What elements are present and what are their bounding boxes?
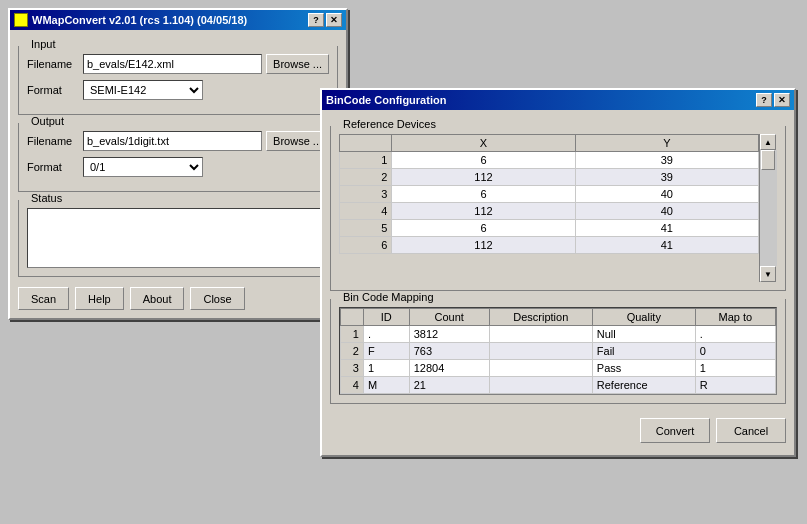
bincode-title-bar-left: BinCode Configuration xyxy=(326,94,446,106)
output-format-select[interactable]: 0/1 xyxy=(83,157,203,177)
ref-table-row: 6 112 41 xyxy=(340,237,759,254)
map-cell-id: 1 xyxy=(363,360,409,377)
map-table-row: 3 1 12804 Pass 1 xyxy=(341,360,776,377)
map-cell-id: M xyxy=(363,377,409,394)
bin-code-mapping-group: Bin Code Mapping ID Count Description Qu… xyxy=(330,299,786,404)
map-cell-description xyxy=(489,360,592,377)
map-table-row: 4 M 21 Reference R xyxy=(341,377,776,394)
bin-code-mapping-table: ID Count Description Quality Map to 1 . … xyxy=(340,308,776,394)
map-cell-mapto: 1 xyxy=(695,360,775,377)
input-group: Input Filename Browse ... Format SEMI-E1… xyxy=(18,46,338,115)
output-group: Output Filename Browse ... Format 0/1 xyxy=(18,123,338,192)
map-cell-count: 21 xyxy=(409,377,489,394)
ref-scrollbar[interactable]: ▲ ▼ xyxy=(759,134,777,282)
input-format-select[interactable]: SEMI-E142 xyxy=(83,80,203,100)
map-col-desc-header: Description xyxy=(489,309,592,326)
input-format-row: Format SEMI-E142 xyxy=(27,80,329,100)
map-col-id-header: ID xyxy=(363,309,409,326)
map-col-mapto-header: Map to xyxy=(695,309,775,326)
reference-devices-label: Reference Devices xyxy=(339,118,440,130)
ref-col-num-header xyxy=(340,135,392,152)
ref-cell-x: 6 xyxy=(392,220,575,237)
ref-cell-y: 40 xyxy=(575,186,758,203)
input-filename-field[interactable] xyxy=(83,54,262,74)
ref-cell-x: 6 xyxy=(392,152,575,169)
bincode-window: BinCode Configuration ? ✕ Reference Devi… xyxy=(320,88,796,457)
map-cell-quality: Null xyxy=(592,326,695,343)
status-group-label: Status xyxy=(27,192,66,204)
scrollbar-track xyxy=(760,150,777,266)
output-group-label: Output xyxy=(27,115,68,127)
bincode-button-row: Convert Cancel xyxy=(330,414,786,447)
bincode-title-buttons: ? ✕ xyxy=(756,93,790,107)
output-format-label: Format xyxy=(27,161,79,173)
output-format-row: Format 0/1 xyxy=(27,157,329,177)
scrollbar-down-btn[interactable]: ▼ xyxy=(760,266,776,282)
ref-cell-x: 112 xyxy=(392,203,575,220)
ref-row-num: 3 xyxy=(340,186,392,203)
map-cell-description xyxy=(489,377,592,394)
bincode-window-body: Reference Devices X Y 1 6 xyxy=(322,110,794,455)
input-browse-button[interactable]: Browse ... xyxy=(266,54,329,74)
ref-table-row: 4 112 40 xyxy=(340,203,759,220)
input-filename-label: Filename xyxy=(27,58,79,70)
map-cell-mapto: . xyxy=(695,326,775,343)
ref-row-num: 6 xyxy=(340,237,392,254)
map-cell-description xyxy=(489,343,592,360)
map-cell-id: . xyxy=(363,326,409,343)
reference-devices-group: Reference Devices X Y 1 6 xyxy=(330,126,786,291)
bincode-window-title: BinCode Configuration xyxy=(326,94,446,106)
convert-button[interactable]: Convert xyxy=(640,418,710,443)
bin-code-mapping-label: Bin Code Mapping xyxy=(339,291,438,303)
main-close-btn[interactable]: ✕ xyxy=(326,13,342,27)
close-button[interactable]: Close xyxy=(190,287,244,310)
map-col-num-header xyxy=(341,309,364,326)
input-filename-row: Filename Browse ... xyxy=(27,54,329,74)
map-col-count-header: Count xyxy=(409,309,489,326)
mapping-table-container: ID Count Description Quality Map to 1 . … xyxy=(339,307,777,395)
bincode-title-bar: BinCode Configuration ? ✕ xyxy=(322,90,794,110)
scan-button[interactable]: Scan xyxy=(18,287,69,310)
map-cell-count: 12804 xyxy=(409,360,489,377)
ref-table-container: X Y 1 6 39 2 112 39 3 6 40 4 112 40 xyxy=(339,134,777,282)
map-cell-count: 3812 xyxy=(409,326,489,343)
map-row-num: 1 xyxy=(341,326,364,343)
main-help-btn[interactable]: ? xyxy=(308,13,324,27)
status-group: Status xyxy=(18,200,338,277)
map-cell-quality: Fail xyxy=(592,343,695,360)
map-table-row: 1 . 3812 Null . xyxy=(341,326,776,343)
bincode-close-btn[interactable]: ✕ xyxy=(774,93,790,107)
about-button[interactable]: About xyxy=(130,287,185,310)
ref-cell-y: 40 xyxy=(575,203,758,220)
help-button[interactable]: Help xyxy=(75,287,124,310)
map-row-num: 3 xyxy=(341,360,364,377)
main-title-buttons: ? ✕ xyxy=(308,13,342,27)
output-filename-field[interactable] xyxy=(83,131,262,151)
ref-row-num: 4 xyxy=(340,203,392,220)
ref-table-row: 3 6 40 xyxy=(340,186,759,203)
output-filename-row: Filename Browse ... xyxy=(27,131,329,151)
input-group-label: Input xyxy=(27,38,59,50)
map-cell-description xyxy=(489,326,592,343)
map-cell-quality: Reference xyxy=(592,377,695,394)
map-cell-id: F xyxy=(363,343,409,360)
main-window-title: WMapConvert v2.01 (rcs 1.104) (04/05/18) xyxy=(32,14,247,26)
ref-cell-x: 112 xyxy=(392,169,575,186)
ref-col-x-header: X xyxy=(392,135,575,152)
ref-cell-y: 39 xyxy=(575,152,758,169)
ref-table-row: 5 6 41 xyxy=(340,220,759,237)
scrollbar-up-btn[interactable]: ▲ xyxy=(760,134,776,150)
status-text-area xyxy=(27,208,329,268)
input-format-label: Format xyxy=(27,84,79,96)
ref-table-scroll-area: X Y 1 6 39 2 112 39 3 6 40 4 112 40 xyxy=(339,134,759,254)
scrollbar-thumb[interactable] xyxy=(761,150,775,170)
map-table-row: 2 F 763 Fail 0 xyxy=(341,343,776,360)
main-window-body: Input Filename Browse ... Format SEMI-E1… xyxy=(10,30,346,318)
reference-devices-table: X Y 1 6 39 2 112 39 3 6 40 4 112 40 xyxy=(339,134,759,254)
map-cell-mapto: 0 xyxy=(695,343,775,360)
cancel-button[interactable]: Cancel xyxy=(716,418,786,443)
ref-cell-x: 112 xyxy=(392,237,575,254)
bincode-help-btn[interactable]: ? xyxy=(756,93,772,107)
map-col-quality-header: Quality xyxy=(592,309,695,326)
main-title-bar-left: WMapConvert v2.01 (rcs 1.104) (04/05/18) xyxy=(14,13,247,27)
